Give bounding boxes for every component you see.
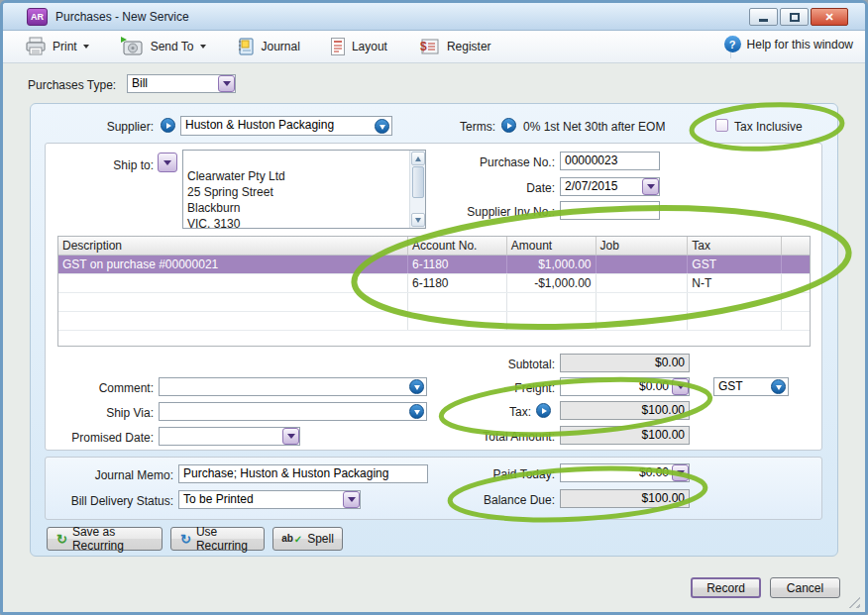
send-to-button[interactable]: Send To	[119, 36, 206, 57]
dropdown-icon[interactable]	[375, 119, 389, 134]
cell-account-no[interactable]: 6-1180	[408, 256, 507, 273]
chevron-down-icon	[200, 45, 206, 49]
scroll-up-icon[interactable]	[411, 152, 425, 165]
paid-today-value: $0.00	[639, 465, 669, 479]
paid-today-input[interactable]: $0.00	[560, 463, 690, 482]
freight-input[interactable]: $0.00	[560, 377, 690, 396]
cell-tax[interactable]: GST	[688, 256, 782, 273]
chevron-down-icon[interactable]	[672, 464, 689, 481]
supplier-value: Huston & Huston Packaging	[185, 118, 334, 132]
balance-due-label: Balance Due:	[436, 493, 555, 507]
send-to-label: Send To	[151, 40, 194, 53]
purchase-no-input[interactable]: 00000023	[560, 152, 660, 170]
close-button[interactable]: ✕	[811, 8, 848, 26]
register-button[interactable]: $ Register	[417, 37, 491, 56]
table-row-empty[interactable]	[58, 312, 810, 331]
maximize-button[interactable]	[780, 8, 809, 26]
cell-account-no[interactable]: 6-1180	[408, 274, 507, 292]
tax-detail-arrow-icon[interactable]	[536, 403, 551, 418]
cell-description[interactable]: GST on purchase #00000021	[58, 256, 408, 273]
supplier-detail-arrow-icon[interactable]	[161, 118, 175, 133]
calendar-dropdown-icon[interactable]	[282, 428, 299, 445]
help-label: Help for this window	[747, 38, 853, 51]
bill-delivery-select[interactable]: To be Printed	[178, 490, 361, 509]
date-value: 2/07/2015	[565, 179, 617, 193]
cancel-button[interactable]: Cancel	[770, 577, 840, 598]
date-label: Date:	[431, 181, 555, 195]
table-row-empty[interactable]	[58, 293, 810, 312]
dropdown-icon[interactable]	[771, 379, 786, 394]
freight-tax-combobox[interactable]: GST	[713, 377, 789, 396]
dropdown-icon[interactable]	[409, 379, 424, 394]
journal-memo-label: Journal Memo:	[59, 468, 173, 482]
paid-today-label: Paid Today:	[436, 467, 555, 481]
col-description: Description	[58, 237, 408, 255]
total-amount-label: Total Amount:	[436, 430, 555, 444]
ship-via-combobox[interactable]	[159, 402, 427, 421]
help-button[interactable]: ? Help for this window	[724, 36, 853, 52]
chevron-down-icon[interactable]	[218, 75, 235, 92]
cell-amount[interactable]: -$1,000.00	[507, 274, 597, 292]
promised-date-label: Promised Date:	[40, 431, 154, 445]
table-row[interactable]: GST on purchase #00000021 6-1180 $1,000.…	[58, 256, 810, 274]
scrollbar[interactable]	[409, 151, 425, 228]
cell-job[interactable]	[597, 274, 689, 292]
promised-date-input[interactable]	[159, 427, 300, 446]
register-icon: $	[417, 37, 441, 56]
scroll-down-icon[interactable]	[411, 213, 425, 227]
window-title: Purchases - New Service	[55, 10, 189, 24]
comment-combobox[interactable]	[159, 377, 427, 396]
supplier-inv-label: Supplier Inv No.:	[431, 205, 555, 219]
supplier-combobox[interactable]: Huston & Huston Packaging	[180, 116, 392, 136]
spell-button[interactable]: ab ✓ Spell	[272, 527, 343, 551]
chevron-down-icon[interactable]	[672, 378, 689, 395]
ship-to-address[interactable]: Clearwater Pty Ltd 25 Spring Street Blac…	[182, 150, 426, 229]
comment-label: Comment:	[59, 381, 154, 395]
journal-label: Journal	[262, 40, 300, 53]
minimize-button[interactable]	[749, 8, 778, 26]
use-recurring-icon: ↻	[180, 533, 191, 546]
record-button[interactable]: Record	[691, 577, 761, 598]
table-row[interactable]: 6-1180 -$1,000.00 N-T	[58, 274, 810, 293]
col-amount: Amount	[507, 237, 597, 255]
purchase-no-label: Purchase No.:	[431, 155, 555, 169]
purchases-type-select[interactable]: Bill	[127, 74, 236, 93]
date-input[interactable]: 2/07/2015	[560, 177, 660, 196]
dropdown-icon[interactable]	[409, 404, 424, 419]
close-icon: ✕	[824, 11, 833, 24]
journal-button[interactable]: Journal	[236, 37, 300, 56]
purchases-window: AR Purchases - New Service ✕ Print Send …	[0, 0, 868, 615]
chevron-down-icon[interactable]	[343, 491, 360, 508]
cell-description[interactable]	[58, 274, 408, 292]
table-header: Description Account No. Amount Job Tax	[58, 237, 810, 256]
layout-button[interactable]: Layout	[330, 37, 387, 56]
save-as-recurring-button[interactable]: ↻ Save as Recurring	[47, 527, 163, 551]
check-icon: ✓	[294, 534, 302, 545]
journal-memo-input[interactable]: Purchase; Huston & Huston Packaging	[178, 464, 428, 483]
record-label: Record	[706, 581, 745, 595]
cell-amount[interactable]: $1,000.00	[507, 256, 597, 273]
save-as-recurring-label: Save as Recurring	[72, 525, 153, 553]
calendar-dropdown-icon[interactable]	[642, 178, 659, 195]
freight-value: $0.00	[639, 379, 669, 393]
purchases-type-label: Purchases Type:	[28, 78, 116, 92]
terms-detail-arrow-icon[interactable]	[501, 118, 516, 133]
tax-inclusive-label: Tax Inclusive	[734, 120, 803, 134]
tax-inclusive-checkbox[interactable]	[715, 119, 728, 132]
maximize-icon	[790, 13, 800, 22]
cell-extra	[782, 256, 810, 273]
scrollbar-thumb[interactable]	[412, 166, 424, 198]
use-recurring-label: Use Recurring	[196, 525, 255, 553]
ship-to-value: Clearwater Pty Ltd 25 Spring Street Blac…	[187, 169, 285, 229]
cell-extra	[782, 274, 810, 292]
cell-job[interactable]	[597, 256, 689, 273]
bill-delivery-value: To be Printed	[183, 492, 254, 506]
ship-to-dropdown-button[interactable]	[158, 153, 177, 172]
balance-due-value: $100.00	[560, 489, 690, 508]
resize-grip[interactable]	[847, 595, 860, 608]
footer-panel	[45, 457, 822, 520]
use-recurring-button[interactable]: ↻ Use Recurring	[170, 527, 265, 551]
print-button[interactable]: Print	[25, 37, 89, 56]
cell-tax[interactable]: N-T	[688, 274, 782, 292]
supplier-inv-input[interactable]	[560, 201, 660, 220]
